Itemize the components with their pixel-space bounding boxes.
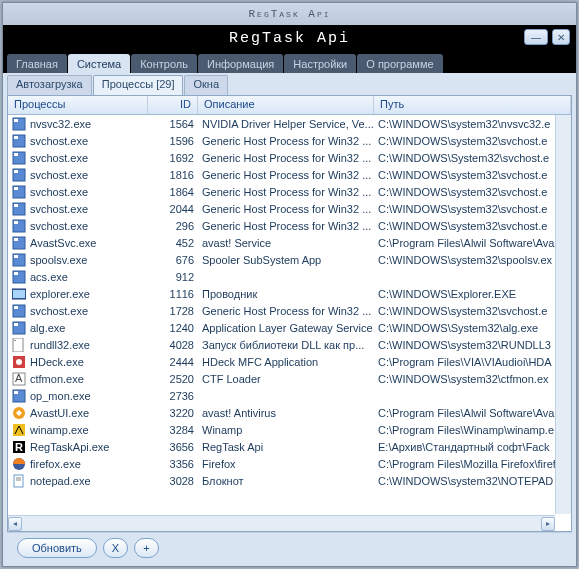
table-row[interactable]: svchost.exe2044Generic Host Process for … <box>8 200 571 217</box>
refresh-button[interactable]: Обновить <box>17 538 97 558</box>
menu-tab-2[interactable]: Контроль <box>131 54 197 73</box>
table-row[interactable]: rundll32.exe4028Запуск библиотеки DLL ка… <box>8 336 571 353</box>
svg-rect-23 <box>14 306 18 309</box>
exe-icon <box>12 202 26 216</box>
table-row[interactable]: AvastSvc.exe452avast! ServiceC:\Program … <box>8 234 571 251</box>
horizontal-scrollbar[interactable]: ◂ ▸ <box>8 515 555 531</box>
cell-path: C:\Program Files\VIA\VIAudioi\HDA <box>374 356 571 368</box>
cell-desc: Generic Host Process for Win32 ... <box>198 203 374 215</box>
list-header[interactable]: Процессы ID Описание Путь <box>8 96 571 115</box>
cell-desc: Firefox <box>198 458 374 470</box>
table-row[interactable]: firefox.exe3356FirefoxC:\Program Files\M… <box>8 455 571 472</box>
ctf-icon: A <box>12 372 26 386</box>
svg-rect-17 <box>14 255 18 258</box>
sub-tab-0[interactable]: Автозагрузка <box>7 75 92 95</box>
cell-name: firefox.exe <box>8 457 148 471</box>
cell-path: C:\WINDOWS\Explorer.EXE <box>374 288 571 300</box>
cell-path: C:\WINDOWS\system32\RUNDLL3 <box>374 339 571 351</box>
window-controls: — ✕ <box>524 29 570 45</box>
cell-name: Actfmon.exe <box>8 372 148 386</box>
cell-id: 4028 <box>148 339 198 351</box>
process-rows[interactable]: nvsvc32.exe1564NVIDIA Driver Helper Serv… <box>8 115 571 514</box>
cell-name: HDeck.exe <box>8 355 148 369</box>
exe-icon <box>12 134 26 148</box>
main-menu: ГлавнаяСистемаКонтрольИнформацияНастройк… <box>3 51 576 73</box>
cell-path: C:\WINDOWS\System32\svchost.e <box>374 152 571 164</box>
cell-id: 676 <box>148 254 198 266</box>
menu-tab-3[interactable]: Информация <box>198 54 283 73</box>
minimize-button[interactable]: — <box>524 29 548 45</box>
svg-rect-1 <box>14 119 18 122</box>
menu-tab-1[interactable]: Система <box>68 54 130 73</box>
table-row[interactable]: alg.exe1240Application Layer Gateway Ser… <box>8 319 571 336</box>
col-process[interactable]: Процессы <box>8 96 148 114</box>
table-row[interactable]: Actfmon.exe2520CTF LoaderC:\WINDOWS\syst… <box>8 370 571 387</box>
vertical-scrollbar[interactable] <box>555 115 571 514</box>
menu-tab-5[interactable]: О программе <box>357 54 442 73</box>
col-desc[interactable]: Описание <box>198 96 374 114</box>
outer-titlebar[interactable]: RegTask Api <box>3 3 576 25</box>
col-id[interactable]: ID <box>148 96 198 114</box>
cell-id: 912 <box>148 271 198 283</box>
table-row[interactable]: svchost.exe1728Generic Host Process for … <box>8 302 571 319</box>
table-row[interactable]: winamp.exe3284WinampC:\Program Files\Win… <box>8 421 571 438</box>
cell-name: op_mon.exe <box>8 389 148 403</box>
inner-titlebar: RegTask Api — ✕ <box>3 25 576 51</box>
col-path[interactable]: Путь <box>374 96 571 114</box>
menu-tab-0[interactable]: Главная <box>7 54 67 73</box>
cell-path: C:\WINDOWS\system32\svchost.e <box>374 135 571 147</box>
kill-button[interactable]: X <box>103 538 128 558</box>
cell-desc: Winamp <box>198 424 374 436</box>
exe-icon <box>12 219 26 233</box>
cell-name: RRegTaskApi.exe <box>8 440 148 454</box>
table-row[interactable]: nvsvc32.exe1564NVIDIA Driver Helper Serv… <box>8 115 571 132</box>
table-row[interactable]: RRegTaskApi.exe3656RegTask ApiE:\Архив\С… <box>8 438 571 455</box>
cell-path: C:\WINDOWS\system32\svchost.e <box>374 305 571 317</box>
table-row[interactable]: svchost.exe296Generic Host Process for W… <box>8 217 571 234</box>
cell-name: svchost.exe <box>8 202 148 216</box>
table-row[interactable]: op_mon.exe2736 <box>8 387 571 404</box>
cell-path: C:\WINDOWS\system32\svchost.e <box>374 220 571 232</box>
cell-id: 1816 <box>148 169 198 181</box>
table-row[interactable]: explorer.exe1116ПроводникC:\WINDOWS\Expl… <box>8 285 571 302</box>
cell-id: 2444 <box>148 356 198 368</box>
scroll-right-icon[interactable]: ▸ <box>541 517 555 531</box>
close-button[interactable]: ✕ <box>552 29 570 45</box>
table-row[interactable]: svchost.exe1692Generic Host Process for … <box>8 149 571 166</box>
new-button[interactable]: + <box>134 538 158 558</box>
menu-tab-4[interactable]: Настройки <box>284 54 356 73</box>
table-row[interactable]: HDeck.exe2444HDeck MFC ApplicationC:\Pro… <box>8 353 571 370</box>
notepad-icon <box>12 474 26 488</box>
table-row[interactable]: svchost.exe1596Generic Host Process for … <box>8 132 571 149</box>
bottom-toolbar: Обновить X + <box>7 532 572 562</box>
sub-tab-1[interactable]: Процессы [29] <box>93 75 184 95</box>
firefox-icon <box>12 457 26 471</box>
cell-path: C:\Program Files\Winamp\winamp.e <box>374 424 571 436</box>
cell-name: AvastSvc.exe <box>8 236 148 250</box>
table-row[interactable]: spoolsv.exe676Spooler SubSystem AppC:\WI… <box>8 251 571 268</box>
exe-icon <box>12 168 26 182</box>
cell-path: C:\WINDOWS\system32\svchost.e <box>374 186 571 198</box>
cell-path: C:\Program Files\Alwil Software\Ava <box>374 407 571 419</box>
cell-name: svchost.exe <box>8 168 148 182</box>
table-row[interactable]: acs.exe912 <box>8 268 571 285</box>
cell-id: 1864 <box>148 186 198 198</box>
cell-path: C:\WINDOWS\system32\svchost.e <box>374 169 571 181</box>
cell-path: C:\Program Files\Mozilla Firefox\firefo <box>374 458 571 470</box>
cell-path: C:\WINDOWS\system32\NOTEPAD <box>374 475 571 487</box>
sub-tab-2[interactable]: Окна <box>184 75 228 95</box>
cell-name: svchost.exe <box>8 185 148 199</box>
cell-id: 452 <box>148 237 198 249</box>
svg-text:A: A <box>15 372 23 384</box>
cell-id: 1240 <box>148 322 198 334</box>
table-row[interactable]: AvastUI.exe3220avast! AntivirusC:\Progra… <box>8 404 571 421</box>
table-row[interactable]: svchost.exe1816Generic Host Process for … <box>8 166 571 183</box>
svg-point-29 <box>16 359 22 365</box>
process-list-panel: Процессы ID Описание Путь nvsvc32.exe156… <box>7 95 572 532</box>
exe-icon <box>12 151 26 165</box>
table-row[interactable]: svchost.exe1864Generic Host Process for … <box>8 183 571 200</box>
scroll-left-icon[interactable]: ◂ <box>8 517 22 531</box>
cell-path: C:\WINDOWS\system32\spoolsv.ex <box>374 254 571 266</box>
table-row[interactable]: notepad.exe3028БлокнотC:\WINDOWS\system3… <box>8 472 571 489</box>
regtask-icon: R <box>12 440 26 454</box>
